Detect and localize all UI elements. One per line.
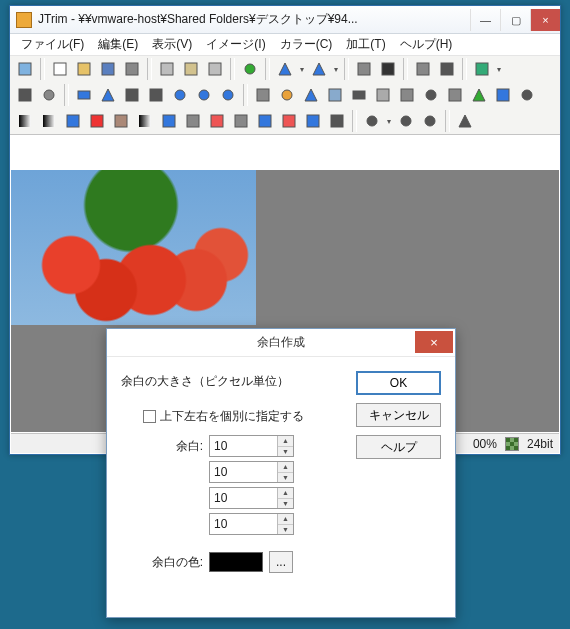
menu-process[interactable]: 加工(T)	[339, 34, 392, 55]
svg-point-17	[44, 90, 54, 100]
close-button[interactable]: ×	[530, 9, 560, 31]
zoomin-icon[interactable]	[361, 110, 383, 132]
separator-icon	[462, 58, 467, 80]
spinner-arrows-icon[interactable]: ▲▼	[277, 462, 293, 482]
pencil-icon[interactable]	[468, 84, 490, 106]
copy-icon[interactable]	[156, 58, 178, 80]
presets-icon[interactable]	[471, 58, 493, 80]
zoomout-icon[interactable]	[395, 110, 417, 132]
invert-icon[interactable]	[326, 110, 348, 132]
open-icon[interactable]	[73, 58, 95, 80]
filmstrip-icon[interactable]	[436, 58, 458, 80]
save-icon[interactable]	[97, 58, 119, 80]
menu-color[interactable]: カラー(C)	[273, 34, 340, 55]
spinner-arrows-icon[interactable]: ▲▼	[277, 488, 293, 508]
paste-icon[interactable]	[180, 58, 202, 80]
rotate-icon[interactable]	[217, 84, 239, 106]
margin-spinner-4[interactable]: 10 ▲▼	[209, 513, 294, 535]
individual-checkbox[interactable]	[143, 410, 156, 423]
svg-rect-37	[19, 115, 31, 127]
svg-point-53	[425, 116, 435, 126]
undo-icon[interactable]	[274, 58, 296, 80]
redo-icon[interactable]	[308, 58, 330, 80]
spinner-arrows-icon[interactable]: ▲▼	[277, 436, 293, 456]
round-icon[interactable]	[38, 84, 60, 106]
posterize-icon[interactable]	[206, 110, 228, 132]
dropdown-arrow-icon[interactable]: ▾	[495, 58, 503, 80]
color-swatch[interactable]	[209, 552, 263, 572]
frame-icon[interactable]	[444, 84, 466, 106]
dialog-title: 余白作成	[257, 334, 305, 351]
svg-rect-14	[441, 63, 453, 75]
dropdown-arrow-icon[interactable]: ▾	[385, 110, 393, 132]
toolbars: ▾▾▾ ▾	[10, 56, 560, 135]
paint-icon[interactable]	[239, 58, 261, 80]
resize-icon[interactable]	[353, 58, 375, 80]
dialog-titlebar[interactable]: 余白作成 ×	[107, 329, 455, 357]
menu-file[interactable]: ファイル(F)	[14, 34, 91, 55]
svg-rect-46	[235, 115, 247, 127]
spinner-arrows-icon[interactable]: ▲▼	[277, 514, 293, 534]
print-icon[interactable]	[121, 58, 143, 80]
zoomfit-icon[interactable]	[419, 110, 441, 132]
flipv-icon[interactable]	[145, 84, 167, 106]
checker-icon[interactable]	[278, 110, 300, 132]
rotr-icon[interactable]	[193, 84, 215, 106]
titlebar[interactable]: JTrim - ¥¥vmware-host¥Shared Folders¥デスク…	[10, 6, 560, 34]
svg-rect-3	[102, 63, 114, 75]
margin-spinner-1[interactable]: 10 ▲▼	[209, 435, 294, 457]
gamma-icon[interactable]	[182, 110, 204, 132]
svg-rect-49	[307, 115, 319, 127]
new-icon[interactable]	[49, 58, 71, 80]
levels-icon[interactable]	[62, 110, 84, 132]
wave-icon[interactable]	[73, 84, 95, 106]
shadow-icon[interactable]	[252, 84, 274, 106]
svg-rect-43	[163, 115, 175, 127]
svg-rect-33	[449, 89, 461, 101]
svg-rect-2	[78, 63, 90, 75]
scanner-icon[interactable]	[14, 58, 36, 80]
hue-icon[interactable]	[86, 110, 108, 132]
star-icon[interactable]	[300, 84, 322, 106]
border-icon[interactable]	[492, 84, 514, 106]
xor-icon[interactable]	[302, 110, 324, 132]
crop-icon[interactable]	[14, 84, 36, 106]
svg-point-22	[175, 90, 185, 100]
noise-icon[interactable]	[230, 110, 252, 132]
sepia-icon[interactable]	[110, 110, 132, 132]
status-depth: 24bit	[527, 437, 553, 451]
minimize-button[interactable]: —	[470, 9, 500, 31]
dialog-close-button[interactable]: ×	[415, 331, 453, 353]
cut-icon[interactable]	[204, 58, 226, 80]
wavefx-icon[interactable]	[348, 84, 370, 106]
gradient2-icon[interactable]	[38, 110, 60, 132]
spiral-icon[interactable]	[516, 84, 538, 106]
redblue-icon[interactable]	[254, 110, 276, 132]
glass-icon[interactable]	[324, 84, 346, 106]
blur-icon[interactable]	[396, 84, 418, 106]
color-picker-button[interactable]: ...	[269, 551, 293, 573]
text-icon[interactable]	[377, 58, 399, 80]
rotl-icon[interactable]	[169, 84, 191, 106]
maximize-button[interactable]: ▢	[500, 9, 530, 31]
emboss-icon[interactable]	[372, 84, 394, 106]
fliph-icon[interactable]	[121, 84, 143, 106]
sun-icon[interactable]	[276, 84, 298, 106]
eyedropper-icon[interactable]	[454, 110, 476, 132]
menu-view[interactable]: 表示(V)	[145, 34, 199, 55]
grid-icon[interactable]	[412, 58, 434, 80]
dropdown-arrow-icon[interactable]: ▾	[332, 58, 340, 80]
margin-spinner-3[interactable]: 10 ▲▼	[209, 487, 294, 509]
menu-help[interactable]: ヘルプ(H)	[393, 34, 460, 55]
svg-rect-21	[150, 89, 162, 101]
dropdown-arrow-icon[interactable]: ▾	[298, 58, 306, 80]
status-swatch-icon	[505, 437, 519, 451]
menu-edit[interactable]: 編集(E)	[91, 34, 145, 55]
margin-spinner-2[interactable]: 10 ▲▼	[209, 461, 294, 483]
gradient1-icon[interactable]	[14, 110, 36, 132]
rays-icon[interactable]	[420, 84, 442, 106]
shift-icon[interactable]	[97, 84, 119, 106]
gray-icon[interactable]	[134, 110, 156, 132]
menu-image[interactable]: イメージ(I)	[199, 34, 272, 55]
rgb-icon[interactable]	[158, 110, 180, 132]
